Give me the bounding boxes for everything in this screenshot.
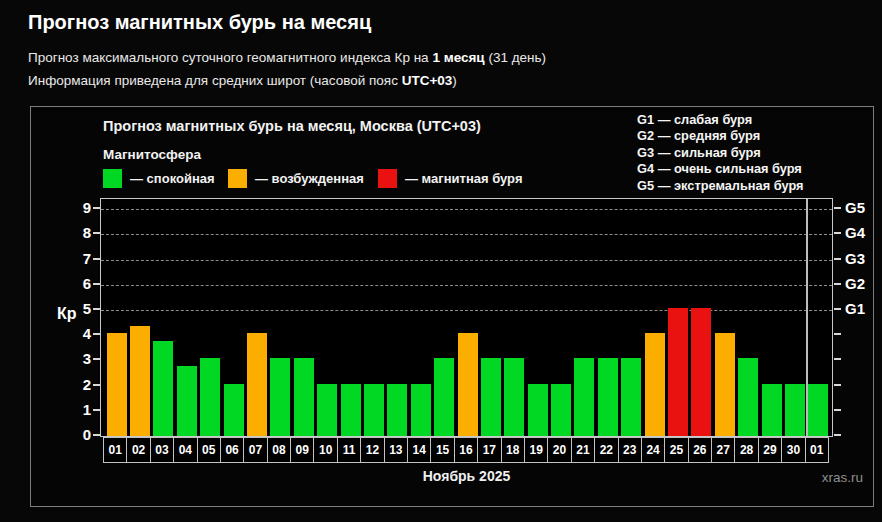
kp-bar [598,358,618,436]
quiet-color-swatch [103,169,122,188]
left-tick-mark [93,207,100,209]
right-tick-mark [834,283,841,285]
y-tick-label: 1 [61,401,91,418]
storm-color-swatch [378,169,397,188]
day-label: 28 [734,437,758,463]
right-tick-mark [834,434,841,436]
subtitle-1-text: Прогноз максимального суточного геомагни… [28,50,432,65]
kp-bar [808,384,828,436]
right-tick-mark [834,308,841,310]
kp-bar [270,358,290,436]
plot-area [100,198,833,437]
y-tick-label: 6 [61,275,91,292]
day-label: 04 [173,437,197,463]
chart-frame: Прогноз магнитных бурь на месяц, Москва … [30,106,874,507]
day-label: 09 [290,437,314,463]
g-scale-label: G4 [845,224,865,241]
legend-item-storm: — магнитная буря [378,169,522,188]
kp-bar [762,384,782,436]
left-tick-mark [93,258,100,260]
y-tick-label: 2 [61,376,91,393]
left-tick-mark [93,358,100,360]
gridline-kp7 [101,260,832,261]
kp-bar [481,358,501,436]
y-tick-label: 8 [61,224,91,241]
day-label: 15 [430,437,454,463]
kp-bar [247,333,267,436]
day-label: 06 [220,437,244,463]
kp-bar [387,384,407,436]
kp-bar [317,384,337,436]
kp-bar [153,341,173,436]
day-label: 13 [384,437,408,463]
day-label: 24 [641,437,665,463]
g-scale-label: G2 [845,275,865,292]
right-tick-mark [834,409,841,411]
month-separator [806,199,808,436]
kp-bar [574,358,594,436]
legend-label: — магнитная буря [405,171,522,186]
right-tick-mark [834,358,841,360]
y-tick-label: 7 [61,250,91,267]
day-label: 18 [501,437,525,463]
g1-legend-line: G1 — слабая буря [637,112,804,128]
day-label: 16 [454,437,478,463]
chart-title: Прогноз магнитных бурь на месяц, Москва … [103,118,481,134]
kp-bar [504,358,524,436]
day-label: 14 [407,437,431,463]
kp-bar [668,308,688,436]
kp-bar [645,333,665,436]
day-label: 27 [711,437,735,463]
gridline-kp5 [101,310,832,311]
kp-bar [411,384,431,436]
subtitle-2-suffix: ) [452,73,457,88]
left-tick-mark [93,283,100,285]
right-tick-mark [834,333,841,335]
day-label: 11 [337,437,361,463]
right-tick-mark [834,384,841,386]
subtitle-1-bold: 1 месяц [432,50,484,65]
y-tick-label: 5 [61,300,91,317]
g4-legend-line: G4 — очень сильная буря [637,161,804,177]
left-tick-mark [93,384,100,386]
day-label: 10 [313,437,337,463]
day-label: 07 [243,437,267,463]
day-label: 23 [618,437,642,463]
left-tick-mark [93,333,100,335]
subtitle-line-1: Прогноз максимального суточного геомагни… [28,50,546,65]
kp-bar [341,384,361,436]
day-label: 19 [524,437,548,463]
excited-color-swatch [228,169,247,188]
kp-bar [715,333,735,436]
day-label: 29 [758,437,782,463]
g-scale-label: G1 [845,300,865,317]
g-scale-label: G3 [845,250,865,267]
g3-legend-line: G3 — сильная буря [637,145,804,161]
gridline-kp9 [101,209,832,210]
kp-bar [621,358,641,436]
day-label: 26 [688,437,712,463]
left-tick-mark [93,232,100,234]
kp-bar [177,366,197,436]
gridline-kp6 [101,285,832,286]
kp-bar [458,333,478,436]
watermark: xras.ru [822,470,863,485]
day-label: 02 [126,437,150,463]
y-tick-label: 0 [61,426,91,443]
day-label: 22 [594,437,618,463]
right-tick-mark [834,207,841,209]
subtitle-2-bold: UTC+03 [402,73,453,88]
legend-label: — спокойная [130,171,215,186]
legend-title: Магнитосфера [103,147,201,162]
kp-bar [294,358,314,436]
day-label: 30 [781,437,805,463]
left-tick-mark [93,308,100,310]
y-tick-label: 3 [61,350,91,367]
kp-bar [691,308,711,436]
kp-bar [738,358,758,436]
legend-item-excited: — возбужденная [228,169,364,188]
kp-bar [224,384,244,436]
left-tick-mark [93,409,100,411]
day-label: 03 [150,437,174,463]
subtitle-1-suffix: (31 день) [485,50,546,65]
